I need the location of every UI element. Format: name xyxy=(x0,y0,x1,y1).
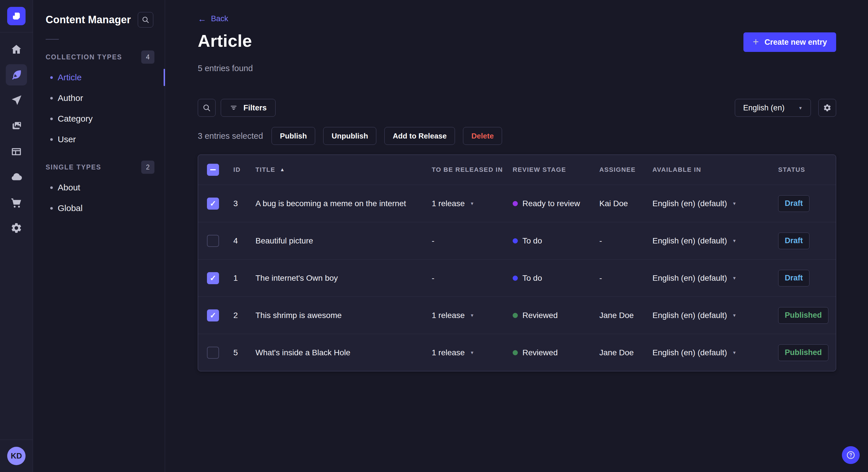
stage-dot-icon xyxy=(513,276,518,281)
logo-section xyxy=(0,0,33,32)
sidebar-item-label: Author xyxy=(58,93,83,103)
row-checkbox[interactable] xyxy=(207,235,219,247)
sidebar-item-category[interactable]: Category xyxy=(33,108,165,129)
stage-dot-icon xyxy=(513,313,518,318)
stage-label: Reviewed xyxy=(522,311,558,320)
status-badge: Draft xyxy=(778,233,809,249)
row-checkbox[interactable] xyxy=(207,272,219,284)
header-status: STATUS xyxy=(778,166,836,173)
chevron-down-icon: ▼ xyxy=(470,350,474,355)
stage-label: To do xyxy=(522,236,542,245)
cell-id: 3 xyxy=(228,199,255,208)
home-icon[interactable] xyxy=(6,39,27,60)
sidebar-item-user[interactable]: User xyxy=(33,129,165,150)
sidebar-item-article[interactable]: Article xyxy=(33,67,165,88)
view-settings-gear-icon[interactable] xyxy=(818,99,836,117)
cell-release-dropdown[interactable]: 1 release ▼ xyxy=(432,311,513,320)
search-icon[interactable] xyxy=(198,99,216,117)
bullet-icon xyxy=(50,187,53,189)
help-button[interactable] xyxy=(842,446,860,464)
cell-id: 5 xyxy=(228,348,255,357)
cell-available-in-dropdown[interactable]: English (en) (default) ▼ xyxy=(652,199,778,208)
chevron-down-icon: ▼ xyxy=(732,313,737,317)
table-row[interactable]: 3 A bug is becoming a meme on the intern… xyxy=(198,185,836,222)
bullet-icon xyxy=(50,97,53,100)
sidebar-item-global[interactable]: Global xyxy=(33,198,165,218)
header-title-label: TITLE xyxy=(255,166,275,173)
filters-label: Filters xyxy=(243,103,267,112)
table-row[interactable]: 4 Beautiful picture - ▼ To do - English … xyxy=(198,222,836,259)
stage-dot-icon xyxy=(513,238,518,243)
unpublish-button[interactable]: Unpublish xyxy=(323,127,376,145)
marketplace-cart-icon[interactable] xyxy=(6,192,27,213)
table-row[interactable]: 1 The internet's Own boy - ▼ To do - Eng… xyxy=(198,259,836,297)
create-new-entry-button[interactable]: + Create new entry xyxy=(743,32,836,52)
section-count-badge: 4 xyxy=(141,50,154,64)
section-count-badge: 2 xyxy=(141,161,154,174)
sidebar-item-label: About xyxy=(58,183,80,193)
bullet-icon xyxy=(50,117,53,120)
plus-icon: + xyxy=(753,37,758,47)
stage-label: Reviewed xyxy=(522,348,558,357)
settings-gear-icon[interactable] xyxy=(6,217,27,239)
cell-assignee: - xyxy=(599,274,652,283)
cell-status: Draft xyxy=(778,195,836,212)
select-all-checkbox[interactable] xyxy=(207,164,219,176)
cell-assignee: Jane Doe xyxy=(599,311,652,320)
cell-available-in-dropdown[interactable]: English (en) (default) ▼ xyxy=(652,274,778,283)
cell-assignee: Kai Doe xyxy=(599,199,652,208)
content-type-builder-icon[interactable] xyxy=(6,141,27,162)
cell-available-in-dropdown[interactable]: English (en) (default) ▼ xyxy=(652,311,778,320)
user-avatar[interactable]: KD xyxy=(7,447,26,465)
cell-release-dropdown[interactable]: - ▼ xyxy=(432,236,513,245)
filters-button[interactable]: Filters xyxy=(221,99,276,117)
back-label: Back xyxy=(211,14,228,23)
stage-dot-icon xyxy=(513,201,518,206)
content-manager-feather-icon[interactable] xyxy=(6,64,27,86)
bulk-actions-row: 3 entries selected Publish Unpublish Add… xyxy=(198,127,836,145)
table-row[interactable]: 2 This shrimp is awesome 1 release ▼ Rev… xyxy=(198,297,836,334)
chevron-down-icon: ▼ xyxy=(732,201,737,206)
release-value: - xyxy=(432,274,434,283)
section-label: SINGLE TYPES xyxy=(45,164,101,171)
content-manager-subnav: Content Manager COLLECTION TYPES 4 Artic… xyxy=(33,0,165,472)
row-checkbox[interactable] xyxy=(207,309,219,322)
table-row[interactable]: 5 What's inside a Black Hole 1 release ▼… xyxy=(198,334,836,371)
add-to-release-button[interactable]: Add to Release xyxy=(384,127,455,145)
bullet-icon xyxy=(50,76,53,79)
status-badge: Draft xyxy=(778,270,809,286)
rail-icon-list xyxy=(6,39,27,239)
search-icon[interactable] xyxy=(138,12,153,28)
cell-release-dropdown[interactable]: - ▼ xyxy=(432,274,513,283)
bullet-icon xyxy=(50,207,53,210)
cell-review-stage: To do xyxy=(513,274,599,283)
available-in-value: English (en) (default) xyxy=(652,311,727,320)
publish-button[interactable]: Publish xyxy=(272,127,315,145)
stage-label: Ready to review xyxy=(522,199,580,208)
row-checkbox[interactable] xyxy=(207,198,219,210)
divider xyxy=(45,39,59,40)
cell-available-in-dropdown[interactable]: English (en) (default) ▼ xyxy=(652,236,778,245)
cell-available-in-dropdown[interactable]: English (en) (default) ▼ xyxy=(652,348,778,357)
cell-title: A bug is becoming a meme on the internet xyxy=(255,199,432,208)
cell-release-dropdown[interactable]: 1 release ▼ xyxy=(432,348,513,357)
send-icon[interactable] xyxy=(6,90,27,111)
cell-assignee: - xyxy=(599,236,652,245)
sidebar-item-author[interactable]: Author xyxy=(33,88,165,108)
strapi-logo[interactable] xyxy=(7,7,26,25)
strapi-logo-glyph xyxy=(12,12,21,20)
entries-count-text: 5 entries found xyxy=(198,64,836,72)
cell-review-stage: To do xyxy=(513,236,599,245)
cloud-icon[interactable] xyxy=(6,166,27,188)
cell-id: 4 xyxy=(228,236,255,245)
back-link[interactable]: ← Back xyxy=(198,14,228,23)
row-checkbox[interactable] xyxy=(207,347,219,359)
delete-button[interactable]: Delete xyxy=(463,127,502,145)
cell-title: What's inside a Black Hole xyxy=(255,348,432,357)
cell-release-dropdown[interactable]: 1 release ▼ xyxy=(432,199,513,208)
locale-select[interactable]: English (en) ▼ xyxy=(735,99,811,117)
release-value: - xyxy=(432,236,434,245)
header-title-sort[interactable]: TITLE ▲ xyxy=(255,166,285,173)
sidebar-item-about[interactable]: About xyxy=(33,177,165,198)
media-library-icon[interactable] xyxy=(6,115,27,136)
